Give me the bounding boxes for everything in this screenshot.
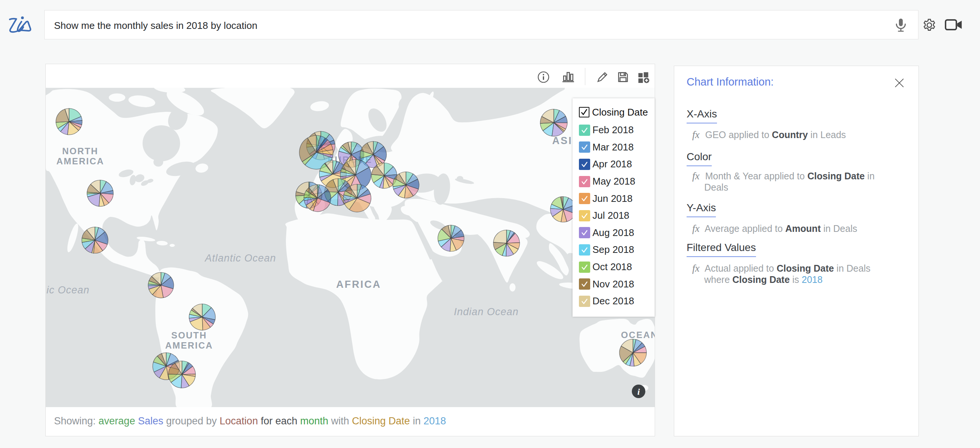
svg-text:AFRICA: AFRICA: [336, 279, 381, 290]
svg-text:i: i: [638, 387, 640, 397]
svg-text:Indian Ocean: Indian Ocean: [454, 306, 519, 318]
svg-text:AMERICA: AMERICA: [56, 156, 104, 166]
svg-text:OCEANIA: OCEANIA: [621, 330, 655, 340]
svg-text:ic Ocean: ic Ocean: [46, 284, 90, 295]
svg-text:AMERICA: AMERICA: [165, 340, 213, 350]
svg-text:SOUTH: SOUTH: [172, 330, 207, 340]
svg-text:Atlantic Ocean: Atlantic Ocean: [204, 253, 276, 264]
svg-text:NORTH: NORTH: [62, 146, 98, 156]
